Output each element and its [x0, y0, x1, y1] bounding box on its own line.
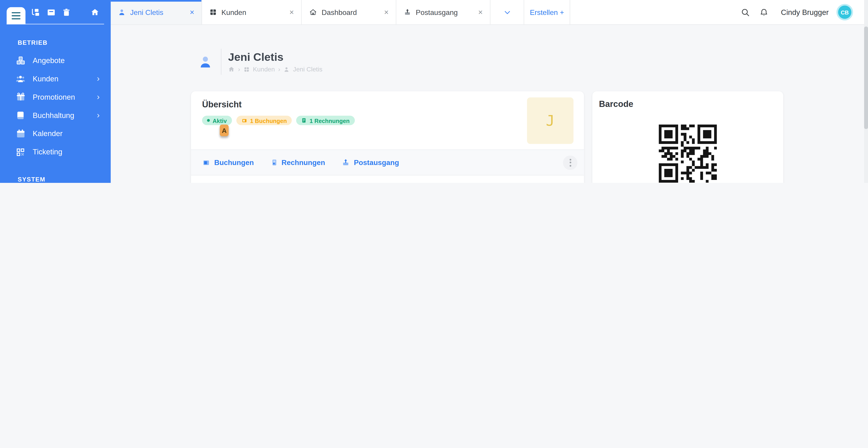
chevron-right-icon: ›: [238, 66, 240, 72]
overview-tab-bar: Buchungen Rechnungen Postausgang: [191, 150, 584, 175]
tab-postausgang[interactable]: Postausgang ×: [396, 0, 490, 24]
overview-menu-button[interactable]: [563, 155, 578, 170]
avatar[interactable]: CB: [838, 5, 851, 19]
more-tabs-button[interactable]: [491, 0, 524, 24]
status-badge-aktiv: Aktiv: [202, 116, 232, 125]
menu-toggle-button[interactable]: [6, 7, 25, 24]
create-label: Erstellen +: [530, 8, 564, 17]
scrollbar-track[interactable]: [864, 0, 868, 183]
hamburger-icon: [11, 12, 20, 20]
sidebar-item-promotionen[interactable]: Promotionen ›: [0, 88, 111, 106]
app-window: BETRIEB Angebote Kunden › Promotionen › …: [0, 0, 868, 183]
cubes-icon: [15, 55, 26, 66]
sidebar-item-buchhaltung[interactable]: Buchhaltung ›: [0, 106, 111, 125]
calendar-icon: [15, 128, 26, 139]
badge-buchungen: 1 Buchungen: [236, 116, 292, 125]
chevron-right-icon: ›: [278, 66, 280, 72]
status-dot: [207, 119, 210, 122]
grid-icon: [209, 8, 217, 16]
tab-rechnungen[interactable]: Rechnungen: [270, 158, 325, 167]
chevron-right-icon: ›: [97, 92, 100, 101]
grid-icon[interactable]: [243, 66, 250, 72]
sidebar-item-kunden[interactable]: Kunden ›: [0, 70, 111, 88]
search-icon[interactable]: [741, 7, 750, 17]
sidebar-item-label: Promotionen: [33, 93, 75, 101]
book-icon: [15, 110, 26, 121]
sidebar-item-angebote[interactable]: Angebote: [0, 52, 111, 70]
home-icon: [90, 8, 99, 17]
archive-icon: [46, 7, 56, 17]
close-icon[interactable]: ×: [285, 8, 294, 17]
page-title: Jeni Cletis: [228, 51, 322, 63]
badge-rechnungen: 1 Rechnungen: [296, 116, 355, 125]
detail-row-anrede: Anrede Frau Bearbeiten: [191, 174, 584, 183]
close-icon[interactable]: ×: [380, 8, 389, 17]
sidebar-item-label: Angebote: [33, 57, 65, 65]
sidebar-item-ticketing[interactable]: Ticketing: [0, 143, 111, 161]
badge-row: Aktiv 1 Buchungen 1 Rechnungen: [202, 116, 355, 125]
sidebar-item-kalender[interactable]: Kalender: [0, 125, 111, 143]
outbox-icon: [342, 158, 350, 167]
gift-icon: [15, 92, 26, 103]
home-icon: [309, 8, 317, 16]
sidebar-item-label: Ticketing: [33, 148, 62, 156]
users-icon: [15, 73, 26, 84]
main-content: Jeni Cletis › Kunden › Jeni Cletis Übers…: [111, 24, 868, 183]
chevron-right-icon: ›: [97, 74, 100, 83]
overview-card: Übersicht Aktiv 1 Buchungen 1 Rechnungen…: [191, 91, 584, 183]
home-icon[interactable]: [228, 66, 235, 72]
close-icon[interactable]: ×: [474, 8, 483, 17]
id-card-icon: [203, 183, 211, 183]
tree-icon: [30, 7, 39, 17]
page-header: Jeni Cletis › Kunden › Jeni Cletis: [197, 49, 322, 75]
tree-view-button[interactable]: [27, 0, 43, 24]
tab-label: Jeni Cletis: [130, 8, 163, 17]
tab-dashboard[interactable]: Dashboard ×: [302, 0, 397, 24]
barcode-card: Barcode 8LQGE9P3BD85X390 Ansicht: [592, 91, 783, 183]
user-name[interactable]: Cindy Brugger: [781, 8, 829, 17]
chevron-right-icon: ›: [97, 111, 100, 119]
detail-rows: Anrede Frau Bearbeiten Vorname Jeni Bear…: [191, 174, 584, 183]
outbox-icon: [403, 8, 411, 16]
sidebar-section-system: SYSTEM: [0, 161, 111, 183]
sidebar-toolbar: [0, 0, 111, 24]
topbar-right: Cindy Brugger CB: [741, 0, 868, 24]
sidebar: BETRIEB Angebote Kunden › Promotionen › …: [0, 0, 111, 183]
trash-button[interactable]: [58, 0, 74, 24]
header-divider: [221, 49, 221, 75]
home-button[interactable]: [86, 0, 103, 24]
qr-code: [659, 125, 717, 183]
create-tab-button[interactable]: Erstellen +: [524, 0, 570, 24]
topbar: Jeni Cletis × Kunden × Dashboard × Posta…: [111, 0, 868, 25]
cursor-label-marker: A: [220, 125, 228, 136]
close-icon[interactable]: ×: [185, 8, 194, 17]
bell-icon[interactable]: [759, 7, 768, 17]
overview-title: Übersicht: [202, 100, 242, 109]
person-icon: [118, 8, 126, 16]
tab-buchungen[interactable]: Buchungen: [202, 158, 254, 167]
sidebar-section-betrieb: BETRIEB: [0, 24, 111, 52]
sidebar-item-label: Buchhaltung: [33, 111, 74, 120]
tab-kunden[interactable]: Kunden ×: [202, 0, 302, 24]
trash-icon: [62, 7, 71, 17]
sidebar-item-label: Kunden: [33, 75, 58, 83]
sidebar-item-label: Kalender: [33, 130, 62, 138]
tab-label: Kunden: [221, 8, 246, 17]
sidebar-divider: [6, 24, 104, 24]
tab-label: Dashboard: [322, 8, 357, 17]
tab-label: Postausgang: [416, 8, 458, 17]
archive-button[interactable]: [43, 0, 59, 24]
breadcrumb-kunden[interactable]: Kunden: [253, 66, 275, 72]
invoice-icon: [270, 158, 278, 167]
barcode-title: Barcode: [599, 99, 633, 109]
tab-jeni-cletis[interactable]: Jeni Cletis ×: [111, 0, 202, 24]
breadcrumb: › Kunden › Jeni Cletis: [228, 66, 322, 72]
scrollbar-thumb[interactable]: [864, 27, 868, 129]
breadcrumb-current: Jeni Cletis: [293, 66, 322, 72]
edit-link[interactable]: Bearbeiten: [536, 183, 569, 183]
field-value: Frau: [328, 182, 536, 183]
card-icon: [202, 159, 211, 166]
chevron-down-icon: [503, 8, 511, 17]
tab-postausgang[interactable]: Postausgang: [342, 158, 399, 167]
person-icon: [197, 54, 213, 70]
